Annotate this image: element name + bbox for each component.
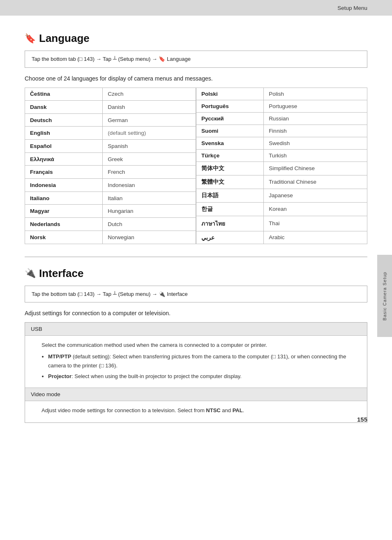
language-english: Norwegian xyxy=(103,231,196,244)
language-native: Norsk xyxy=(25,231,103,244)
main-content: 🔖 Language Tap the bottom tab (□ 143) → … xyxy=(0,16,392,435)
settings-video-text: Adjust video mode settings for connectio… xyxy=(42,406,361,415)
language-english: Arabic xyxy=(264,231,367,244)
language-native: Ελληνικά xyxy=(25,152,103,166)
language-english: Korean xyxy=(264,202,367,216)
language-native: Svenska xyxy=(196,137,264,149)
language-row: PolskiPolish xyxy=(196,88,367,100)
language-english: Portuguese xyxy=(264,100,367,112)
language-row: English(default setting) xyxy=(25,127,196,140)
interface-instruction-text: Tap the bottom tab (□ 143) → Tap ┴ (Setu… xyxy=(32,291,188,297)
ntsc-label: NTSC xyxy=(206,407,220,413)
language-row: PortuguêsPortuguese xyxy=(196,100,367,112)
language-native: Español xyxy=(25,140,103,153)
settings-bullet-label: Projector xyxy=(48,373,71,379)
language-english: Spanish xyxy=(103,140,196,153)
interface-description: Adjust settings for connection to a comp… xyxy=(25,310,367,316)
language-row: 繁體中文Traditional Chinese xyxy=(196,175,367,189)
side-tab-label: Basic Camera Setup xyxy=(382,272,387,321)
language-native: Português xyxy=(196,100,264,112)
language-title: Language xyxy=(39,32,90,45)
language-english: Simplified Chinese xyxy=(264,162,367,175)
language-description: Choose one of 24 languages for display o… xyxy=(25,75,367,82)
language-table-left: ČeštinaCzechDanskDanishDeutschGermanEngl… xyxy=(25,88,196,244)
settings-list: MTP/PTP (default setting): Select when t… xyxy=(48,352,361,381)
settings-list-item: MTP/PTP (default setting): Select when t… xyxy=(48,352,361,370)
language-english: Polish xyxy=(264,88,367,100)
language-row: DeutschGerman xyxy=(25,113,196,127)
language-english: Finnish xyxy=(264,125,367,137)
language-row: 日本語Japanese xyxy=(196,189,367,202)
language-english: Dutch xyxy=(103,218,196,231)
language-native: Polski xyxy=(196,88,264,100)
language-row: ItalianoItalian xyxy=(25,192,196,205)
page-number: 155 xyxy=(357,416,367,423)
language-native: English xyxy=(25,127,103,140)
settings-list-item: Projector: Select when using the built-i… xyxy=(48,372,361,381)
language-native: Suomi xyxy=(196,125,264,137)
pal-label: PAL xyxy=(233,407,243,413)
language-row: 简体中文Simplified Chinese xyxy=(196,162,367,175)
language-native: Magyar xyxy=(25,205,103,218)
section-divider xyxy=(25,256,367,257)
language-row: SvenskaSwedish xyxy=(196,137,367,149)
language-native: Türkçe xyxy=(196,149,264,162)
language-english: French xyxy=(103,166,196,179)
language-native: Nederlands xyxy=(25,218,103,231)
language-table-right: PolskiPolishPortuguêsPortugueseРусскийRu… xyxy=(196,88,367,244)
interface-icon: 🔌 xyxy=(25,268,36,279)
language-row: EspañolSpanish xyxy=(25,140,196,153)
language-instruction: Tap the bottom tab (□ 143) → Tap ┴ (Setu… xyxy=(25,51,367,68)
language-row: عربيArabic xyxy=(196,231,367,244)
language-native: Deutsch xyxy=(25,113,103,127)
language-native: Indonesia xyxy=(25,179,103,192)
page: Setup Menu Basic Camera Setup 🔖 Language… xyxy=(0,0,392,435)
language-row: IndonesiaIndonesian xyxy=(25,179,196,192)
language-english: Traditional Chinese xyxy=(264,175,367,189)
language-row: РусскийRussian xyxy=(196,112,367,125)
language-english: Russian xyxy=(264,112,367,125)
language-native: Français xyxy=(25,166,103,179)
language-english: Japanese xyxy=(264,189,367,202)
settings-body: Adjust video mode settings for connectio… xyxy=(25,401,367,422)
language-row: NorskNorwegian xyxy=(25,231,196,244)
settings-header: Video mode xyxy=(25,388,367,401)
side-tab: Basic Camera Setup xyxy=(377,255,392,337)
language-english: Swedish xyxy=(264,137,367,149)
top-bar-title: Setup Menu xyxy=(337,5,367,11)
language-native: ภาษาไทย xyxy=(196,216,264,231)
settings-header: USB xyxy=(25,323,367,336)
settings-intro: Select the communication method used whe… xyxy=(42,341,361,350)
language-native: Dansk xyxy=(25,101,103,114)
language-instruction-text: Tap the bottom tab (□ 143) → Tap ┴ (Setu… xyxy=(32,56,191,62)
language-row: MagyarHungarian xyxy=(25,205,196,218)
settings-bullet-label: MTP/PTP xyxy=(48,353,71,360)
language-row: 한글Korean xyxy=(196,202,367,216)
language-native: 한글 xyxy=(196,202,264,216)
language-row: FrançaisFrench xyxy=(25,166,196,179)
language-row: ČeštinaCzech xyxy=(25,88,196,101)
language-english: (default setting) xyxy=(103,127,196,140)
language-english: Turkish xyxy=(264,149,367,162)
language-row: DanskDanish xyxy=(25,101,196,114)
top-bar: Setup Menu xyxy=(0,0,392,16)
language-heading: 🔖 Language xyxy=(25,32,367,45)
language-english: Indonesian xyxy=(103,179,196,192)
language-row: ΕλληνικάGreek xyxy=(25,152,196,166)
language-english: German xyxy=(103,113,196,127)
language-native: عربي xyxy=(196,231,264,244)
language-native: 简体中文 xyxy=(196,162,264,175)
language-native: 日本語 xyxy=(196,189,264,202)
interface-heading: 🔌 Interface xyxy=(25,267,367,280)
interface-instruction: Tap the bottom tab (□ 143) → Tap ┴ (Setu… xyxy=(25,286,367,303)
language-native: 繁體中文 xyxy=(196,175,264,189)
language-row: SuomiFinnish xyxy=(196,125,367,137)
settings-body: Select the communication method used whe… xyxy=(25,336,367,388)
language-native: Čeština xyxy=(25,88,103,101)
language-native: Русский xyxy=(196,112,264,125)
language-english: Danish xyxy=(103,101,196,114)
language-row: TürkçeTurkish xyxy=(196,149,367,162)
language-tables: ČeštinaCzechDanskDanishDeutschGermanEngl… xyxy=(25,88,367,244)
language-english: Greek xyxy=(103,152,196,166)
language-row: NederlandsDutch xyxy=(25,218,196,231)
